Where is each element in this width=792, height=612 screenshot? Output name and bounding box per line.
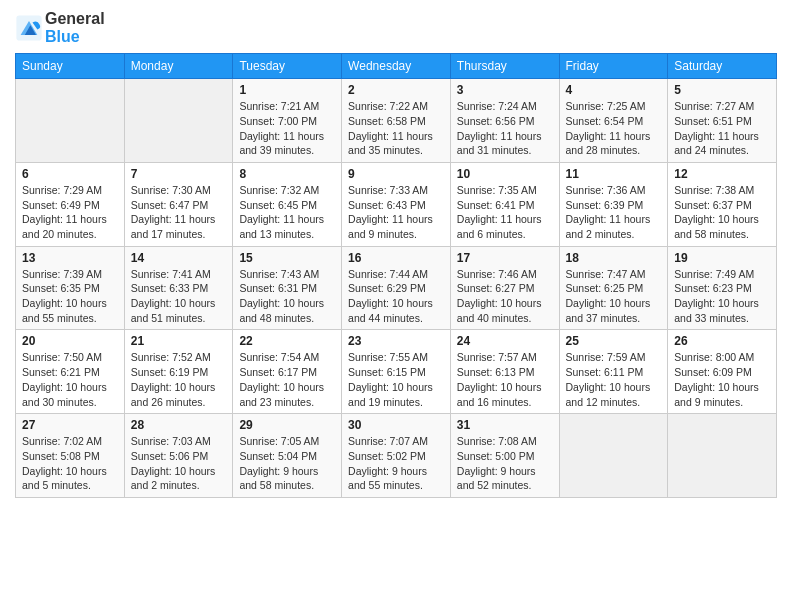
day-info: Sunrise: 7:54 AMSunset: 6:17 PMDaylight:… bbox=[239, 350, 335, 409]
day-info: Sunrise: 7:35 AMSunset: 6:41 PMDaylight:… bbox=[457, 183, 553, 242]
day-info: Sunrise: 7:02 AMSunset: 5:08 PMDaylight:… bbox=[22, 434, 118, 493]
day-info: Sunrise: 7:52 AMSunset: 6:19 PMDaylight:… bbox=[131, 350, 227, 409]
calendar-week-row: 6Sunrise: 7:29 AMSunset: 6:49 PMDaylight… bbox=[16, 162, 777, 246]
calendar-cell: 8Sunrise: 7:32 AMSunset: 6:45 PMDaylight… bbox=[233, 162, 342, 246]
day-info: Sunrise: 7:55 AMSunset: 6:15 PMDaylight:… bbox=[348, 350, 444, 409]
day-info: Sunrise: 7:33 AMSunset: 6:43 PMDaylight:… bbox=[348, 183, 444, 242]
calendar-cell: 4Sunrise: 7:25 AMSunset: 6:54 PMDaylight… bbox=[559, 79, 668, 163]
calendar-cell: 10Sunrise: 7:35 AMSunset: 6:41 PMDayligh… bbox=[450, 162, 559, 246]
day-info: Sunrise: 7:59 AMSunset: 6:11 PMDaylight:… bbox=[566, 350, 662, 409]
day-number: 26 bbox=[674, 334, 770, 348]
col-thursday: Thursday bbox=[450, 54, 559, 79]
day-info: Sunrise: 7:36 AMSunset: 6:39 PMDaylight:… bbox=[566, 183, 662, 242]
day-info: Sunrise: 7:08 AMSunset: 5:00 PMDaylight:… bbox=[457, 434, 553, 493]
logo-text-line2: Blue bbox=[45, 28, 105, 46]
day-number: 18 bbox=[566, 251, 662, 265]
calendar-cell: 31Sunrise: 7:08 AMSunset: 5:00 PMDayligh… bbox=[450, 414, 559, 498]
day-info: Sunrise: 8:00 AMSunset: 6:09 PMDaylight:… bbox=[674, 350, 770, 409]
day-number: 20 bbox=[22, 334, 118, 348]
calendar-cell: 30Sunrise: 7:07 AMSunset: 5:02 PMDayligh… bbox=[342, 414, 451, 498]
col-monday: Monday bbox=[124, 54, 233, 79]
calendar-week-row: 1Sunrise: 7:21 AMSunset: 7:00 PMDaylight… bbox=[16, 79, 777, 163]
logo-icon bbox=[15, 14, 43, 42]
calendar-cell: 2Sunrise: 7:22 AMSunset: 6:58 PMDaylight… bbox=[342, 79, 451, 163]
day-number: 6 bbox=[22, 167, 118, 181]
calendar-cell: 28Sunrise: 7:03 AMSunset: 5:06 PMDayligh… bbox=[124, 414, 233, 498]
day-info: Sunrise: 7:39 AMSunset: 6:35 PMDaylight:… bbox=[22, 267, 118, 326]
calendar-cell: 26Sunrise: 8:00 AMSunset: 6:09 PMDayligh… bbox=[668, 330, 777, 414]
calendar-cell: 7Sunrise: 7:30 AMSunset: 6:47 PMDaylight… bbox=[124, 162, 233, 246]
day-info: Sunrise: 7:03 AMSunset: 5:06 PMDaylight:… bbox=[131, 434, 227, 493]
day-number: 17 bbox=[457, 251, 553, 265]
day-info: Sunrise: 7:21 AMSunset: 7:00 PMDaylight:… bbox=[239, 99, 335, 158]
day-number: 31 bbox=[457, 418, 553, 432]
calendar-cell: 21Sunrise: 7:52 AMSunset: 6:19 PMDayligh… bbox=[124, 330, 233, 414]
calendar-week-row: 27Sunrise: 7:02 AMSunset: 5:08 PMDayligh… bbox=[16, 414, 777, 498]
day-info: Sunrise: 7:30 AMSunset: 6:47 PMDaylight:… bbox=[131, 183, 227, 242]
day-number: 11 bbox=[566, 167, 662, 181]
day-info: Sunrise: 7:47 AMSunset: 6:25 PMDaylight:… bbox=[566, 267, 662, 326]
day-number: 3 bbox=[457, 83, 553, 97]
day-info: Sunrise: 7:29 AMSunset: 6:49 PMDaylight:… bbox=[22, 183, 118, 242]
calendar-cell: 6Sunrise: 7:29 AMSunset: 6:49 PMDaylight… bbox=[16, 162, 125, 246]
day-info: Sunrise: 7:38 AMSunset: 6:37 PMDaylight:… bbox=[674, 183, 770, 242]
calendar-cell: 11Sunrise: 7:36 AMSunset: 6:39 PMDayligh… bbox=[559, 162, 668, 246]
day-number: 22 bbox=[239, 334, 335, 348]
calendar-cell: 17Sunrise: 7:46 AMSunset: 6:27 PMDayligh… bbox=[450, 246, 559, 330]
day-info: Sunrise: 7:32 AMSunset: 6:45 PMDaylight:… bbox=[239, 183, 335, 242]
calendar-cell: 20Sunrise: 7:50 AMSunset: 6:21 PMDayligh… bbox=[16, 330, 125, 414]
calendar-cell: 12Sunrise: 7:38 AMSunset: 6:37 PMDayligh… bbox=[668, 162, 777, 246]
weekday-header-row: Sunday Monday Tuesday Wednesday Thursday… bbox=[16, 54, 777, 79]
col-tuesday: Tuesday bbox=[233, 54, 342, 79]
day-number: 4 bbox=[566, 83, 662, 97]
day-info: Sunrise: 7:43 AMSunset: 6:31 PMDaylight:… bbox=[239, 267, 335, 326]
col-friday: Friday bbox=[559, 54, 668, 79]
calendar-cell: 23Sunrise: 7:55 AMSunset: 6:15 PMDayligh… bbox=[342, 330, 451, 414]
day-info: Sunrise: 7:44 AMSunset: 6:29 PMDaylight:… bbox=[348, 267, 444, 326]
calendar-cell: 9Sunrise: 7:33 AMSunset: 6:43 PMDaylight… bbox=[342, 162, 451, 246]
day-info: Sunrise: 7:25 AMSunset: 6:54 PMDaylight:… bbox=[566, 99, 662, 158]
day-number: 21 bbox=[131, 334, 227, 348]
day-info: Sunrise: 7:50 AMSunset: 6:21 PMDaylight:… bbox=[22, 350, 118, 409]
col-saturday: Saturday bbox=[668, 54, 777, 79]
calendar-cell: 16Sunrise: 7:44 AMSunset: 6:29 PMDayligh… bbox=[342, 246, 451, 330]
day-number: 27 bbox=[22, 418, 118, 432]
day-number: 8 bbox=[239, 167, 335, 181]
calendar-table: Sunday Monday Tuesday Wednesday Thursday… bbox=[15, 53, 777, 498]
day-number: 30 bbox=[348, 418, 444, 432]
calendar-cell: 14Sunrise: 7:41 AMSunset: 6:33 PMDayligh… bbox=[124, 246, 233, 330]
day-number: 28 bbox=[131, 418, 227, 432]
day-number: 15 bbox=[239, 251, 335, 265]
day-info: Sunrise: 7:07 AMSunset: 5:02 PMDaylight:… bbox=[348, 434, 444, 493]
calendar-cell bbox=[124, 79, 233, 163]
day-info: Sunrise: 7:49 AMSunset: 6:23 PMDaylight:… bbox=[674, 267, 770, 326]
logo-text-line1: General bbox=[45, 10, 105, 28]
calendar-cell bbox=[668, 414, 777, 498]
day-info: Sunrise: 7:22 AMSunset: 6:58 PMDaylight:… bbox=[348, 99, 444, 158]
day-number: 16 bbox=[348, 251, 444, 265]
day-number: 7 bbox=[131, 167, 227, 181]
day-number: 19 bbox=[674, 251, 770, 265]
day-number: 29 bbox=[239, 418, 335, 432]
day-info: Sunrise: 7:05 AMSunset: 5:04 PMDaylight:… bbox=[239, 434, 335, 493]
calendar-cell: 24Sunrise: 7:57 AMSunset: 6:13 PMDayligh… bbox=[450, 330, 559, 414]
day-number: 24 bbox=[457, 334, 553, 348]
calendar-cell: 22Sunrise: 7:54 AMSunset: 6:17 PMDayligh… bbox=[233, 330, 342, 414]
calendar-cell: 18Sunrise: 7:47 AMSunset: 6:25 PMDayligh… bbox=[559, 246, 668, 330]
day-info: Sunrise: 7:57 AMSunset: 6:13 PMDaylight:… bbox=[457, 350, 553, 409]
calendar-cell: 15Sunrise: 7:43 AMSunset: 6:31 PMDayligh… bbox=[233, 246, 342, 330]
day-number: 12 bbox=[674, 167, 770, 181]
col-sunday: Sunday bbox=[16, 54, 125, 79]
day-number: 23 bbox=[348, 334, 444, 348]
calendar-cell: 13Sunrise: 7:39 AMSunset: 6:35 PMDayligh… bbox=[16, 246, 125, 330]
day-number: 5 bbox=[674, 83, 770, 97]
calendar-week-row: 20Sunrise: 7:50 AMSunset: 6:21 PMDayligh… bbox=[16, 330, 777, 414]
calendar-cell: 27Sunrise: 7:02 AMSunset: 5:08 PMDayligh… bbox=[16, 414, 125, 498]
day-number: 9 bbox=[348, 167, 444, 181]
day-info: Sunrise: 7:24 AMSunset: 6:56 PMDaylight:… bbox=[457, 99, 553, 158]
day-number: 10 bbox=[457, 167, 553, 181]
day-number: 14 bbox=[131, 251, 227, 265]
day-number: 2 bbox=[348, 83, 444, 97]
calendar-cell: 5Sunrise: 7:27 AMSunset: 6:51 PMDaylight… bbox=[668, 79, 777, 163]
day-info: Sunrise: 7:46 AMSunset: 6:27 PMDaylight:… bbox=[457, 267, 553, 326]
